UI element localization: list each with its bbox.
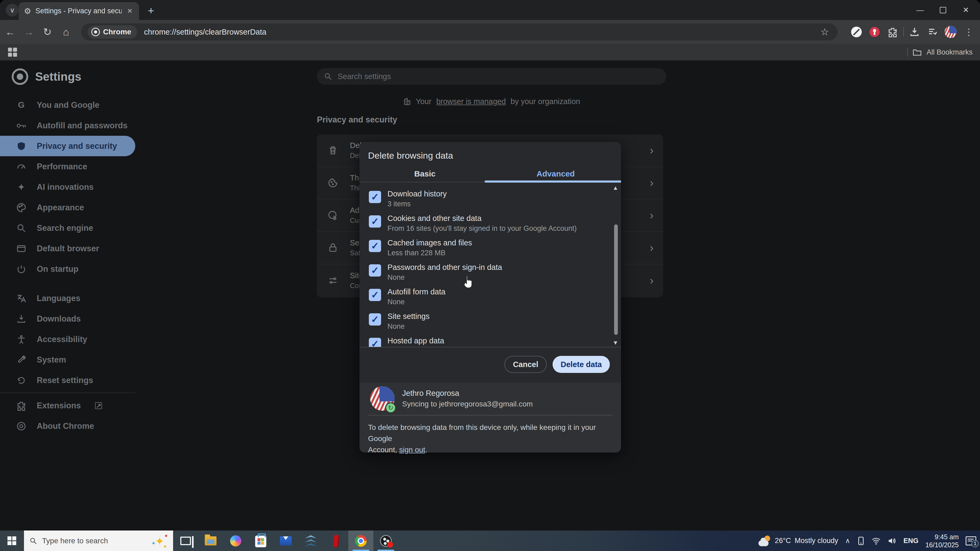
item-subtitle: From 16 sites (you'll stay signed in to …: [387, 224, 577, 232]
task-view-button[interactable]: [173, 530, 198, 551]
device-icon[interactable]: [857, 536, 865, 545]
item-download-history[interactable]: ✓ Download history3 items: [369, 189, 621, 214]
weather-widget[interactable]: 26°C Mostly cloudy: [759, 535, 838, 546]
url-text[interactable]: chrome://settings/clearBrowserData: [144, 28, 821, 37]
sidebar-item-performance[interactable]: Performance: [0, 156, 135, 177]
obs-taskbar-button[interactable]: [373, 530, 398, 551]
checkbox-checked[interactable]: ✓: [369, 240, 381, 252]
all-bookmarks[interactable]: All Bookmarks: [907, 48, 972, 57]
scroll-up-icon[interactable]: ▲: [612, 184, 618, 191]
item-passwords[interactable]: ✓ Passwords and other sign-in dataNone: [369, 263, 621, 287]
weather-icon: [759, 535, 771, 546]
checkbox-checked[interactable]: ✓: [369, 215, 381, 227]
profile-avatar[interactable]: [943, 24, 958, 40]
checkbox-checked[interactable]: ✓: [369, 264, 381, 276]
home-button[interactable]: ⌂: [57, 24, 75, 40]
tray-expand-icon[interactable]: ∧: [845, 537, 850, 545]
forward-button[interactable]: →: [20, 24, 37, 40]
delete-data-button[interactable]: Delete data: [552, 356, 610, 373]
minimize-button[interactable]: —: [908, 0, 932, 20]
language-indicator[interactable]: ENG: [904, 537, 918, 545]
adguard-extension-icon[interactable]: [867, 24, 882, 40]
security-app-button[interactable]: [298, 530, 323, 551]
sidebar-label: Default browser: [37, 244, 99, 253]
item-subtitle: Less than 228 MB: [387, 249, 472, 257]
data-types-list[interactable]: ✓ Download history3 items ✓ Cookies and …: [360, 182, 621, 347]
cancel-button[interactable]: Cancel: [504, 356, 547, 373]
power-icon: [16, 263, 27, 275]
sidebar-item-reset-settings[interactable]: Reset settings: [0, 370, 135, 391]
sidebar-item-ai-innovations[interactable]: ✦ AI innovations: [0, 177, 135, 197]
sidebar-item-autofill[interactable]: Autofill and passwords: [0, 115, 135, 136]
item-cached-images[interactable]: ✓ Cached images and filesLess than 228 M…: [369, 238, 621, 263]
sidebar-item-search-engine[interactable]: Search engine: [0, 218, 135, 238]
sidebar-item-downloads[interactable]: Downloads: [0, 308, 135, 329]
scroll-down-icon[interactable]: ▼: [612, 339, 618, 346]
tab-close-icon[interactable]: ✕: [126, 7, 134, 15]
netflix-button[interactable]: [323, 530, 348, 551]
back-button[interactable]: ←: [2, 24, 19, 40]
sidebar-item-privacy-and-security[interactable]: Privacy and security: [0, 136, 135, 156]
menu-dots-icon[interactable]: ⋮: [961, 24, 976, 40]
address-bar[interactable]: Chrome chrome://settings/clearBrowserDat…: [81, 24, 838, 40]
start-button[interactable]: [0, 530, 24, 551]
checkbox-checked[interactable]: ✓: [369, 289, 381, 301]
sidebar-label: Search engine: [37, 223, 93, 233]
wifi-icon[interactable]: [872, 537, 881, 545]
browser-toolbar: ← → ↻ ⌂ Chrome chrome://settings/clearBr…: [0, 20, 980, 44]
apps-grid-icon[interactable]: [8, 48, 17, 57]
sidebar-item-you-and-google[interactable]: G You and Google: [0, 95, 135, 115]
new-tab-button[interactable]: +: [145, 5, 157, 16]
copilot-button[interactable]: [223, 530, 248, 551]
checkbox-checked[interactable]: ✓: [369, 313, 381, 326]
browser-tab[interactable]: ⚙ Settings - Privacy and security ✕: [19, 2, 139, 20]
tab-basic[interactable]: Basic: [360, 165, 490, 182]
checkbox-checked[interactable]: ✓: [369, 191, 381, 203]
file-explorer-button[interactable]: [198, 530, 223, 551]
copilot-sparkle-icon: ✦ ✦: [152, 534, 168, 548]
settings-page: Settings G You and Google Autofill and p…: [0, 60, 980, 530]
managed-link[interactable]: browser is managed: [436, 97, 506, 106]
item-site-settings[interactable]: ✓ Site settingsNone: [369, 312, 621, 336]
mail-button[interactable]: [273, 530, 298, 551]
tab-advanced[interactable]: Advanced: [490, 165, 621, 182]
sidebar-item-system[interactable]: System: [0, 349, 135, 370]
recording-dot: [387, 541, 393, 548]
chrome-chip[interactable]: Chrome: [88, 25, 137, 39]
reload-button[interactable]: ↻: [39, 24, 56, 40]
sidebar-item-appearance[interactable]: Appearance: [0, 197, 135, 218]
dialog-scrollbar[interactable]: [614, 224, 618, 335]
item-hosted-app-data[interactable]: ✓ Hosted app data: [369, 336, 621, 347]
sidebar-item-accessibility[interactable]: Accessibility: [0, 329, 135, 349]
sidebar-divider: [0, 392, 135, 393]
microsoft-store-button[interactable]: [248, 530, 273, 551]
sidebar-item-languages[interactable]: Languages: [0, 288, 135, 308]
item-autofill[interactable]: ✓ Autofill form dataNone: [369, 287, 621, 312]
volume-icon[interactable]: [888, 537, 897, 545]
downloads-icon[interactable]: [907, 24, 922, 40]
notification-center-icon[interactable]: 1: [966, 536, 976, 545]
item-cookies[interactable]: ✓ Cookies and other site dataFrom 16 sit…: [369, 214, 621, 238]
maximize-button[interactable]: [932, 0, 955, 20]
sidebar-item-default-browser[interactable]: Default browser: [0, 238, 135, 259]
extensions-puzzle-icon[interactable]: [885, 24, 900, 40]
search-settings-input[interactable]: Search settings: [317, 68, 666, 85]
sidebar-item-on-startup[interactable]: On startup: [0, 259, 135, 279]
chrome-icon: [355, 535, 367, 547]
taskbar-search[interactable]: Type here to search ✦ ✦: [24, 530, 173, 551]
sign-out-link[interactable]: sign out: [399, 446, 425, 454]
chevron-right-icon: ›: [650, 176, 654, 189]
settings-header: Settings: [12, 68, 81, 85]
adblock-extension-icon[interactable]: [849, 24, 864, 40]
reading-list-icon[interactable]: [925, 24, 940, 40]
sidebar-item-extensions[interactable]: Extensions ↗: [0, 395, 135, 416]
tab-search-button[interactable]: ∨: [6, 4, 19, 16]
account-divider: [368, 415, 612, 416]
clock[interactable]: 9:45 am 16/10/2025: [925, 533, 959, 549]
sidebar-item-about-chrome[interactable]: About Chrome: [0, 416, 135, 436]
close-button[interactable]: ✕: [955, 0, 977, 20]
system-tray: 26°C Mostly cloudy ∧ ENG 9:45 am 16/10/2…: [759, 530, 976, 551]
chrome-taskbar-button[interactable]: [348, 530, 373, 551]
checkbox-checked[interactable]: ✓: [369, 338, 381, 347]
bookmark-star-icon[interactable]: ☆: [821, 26, 829, 38]
